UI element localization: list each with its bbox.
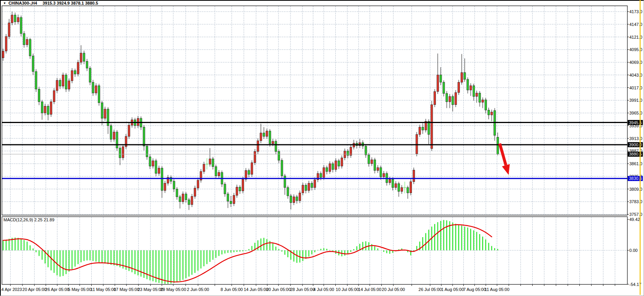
- svg-text:11 May 05:00: 11 May 05:00: [91, 287, 116, 292]
- macd-main-value: 2.25: [34, 217, 42, 222]
- symbol-dropdown-icon[interactable]: ▼: [3, 1, 6, 5]
- svg-text:20 Jul 05:00: 20 Jul 05:00: [382, 287, 405, 292]
- chart-title-bar: ▼ CHINA300-,H4 3915.3 3924.9 3878.1 3880…: [3, 1, 98, 5]
- svg-text:23 May 05:00: 23 May 05:00: [138, 287, 164, 292]
- svg-text:4 Jul 05:00: 4 Jul 05:00: [313, 287, 334, 292]
- svg-text:20 Jun 05:00: 20 Jun 05:00: [266, 287, 291, 292]
- svg-text:10 Jul 05:00: 10 Jul 05:00: [336, 287, 359, 292]
- candles-layer: [2, 12, 499, 210]
- svg-text:7 Aug 05:00: 7 Aug 05:00: [463, 287, 486, 292]
- time-axis[interactable]: 14 Apr 202320 Apr 05:0026 Apr 05:005 May…: [0, 284, 615, 292]
- macd-indicator-label: MACD(12,26,9) 2.25 21.89: [3, 217, 55, 222]
- trading-chart-window: 4173.04147.04121.04095.04069.04043.04017…: [0, 0, 644, 296]
- svg-text:29 May 05:00: 29 May 05:00: [161, 287, 186, 292]
- svg-text:0.00: 0.00: [629, 248, 637, 253]
- svg-text:49.42: 49.42: [629, 217, 640, 222]
- svg-text:14 Apr 2023: 14 Apr 2023: [0, 287, 22, 292]
- svg-text:11 Aug 05:00: 11 Aug 05:00: [485, 287, 509, 292]
- svg-text:20 Apr 05:00: 20 Apr 05:00: [22, 287, 46, 292]
- trend-arrow-annotation[interactable]: [500, 144, 510, 175]
- svg-text:26 Jul 05:00: 26 Jul 05:00: [419, 287, 442, 292]
- chart-canvas[interactable]: 4173.04147.04121.04095.04069.04043.04017…: [0, 0, 644, 296]
- svg-text:26 Apr 05:00: 26 Apr 05:00: [45, 287, 69, 292]
- svg-text:14 Jun 05:00: 14 Jun 05:00: [244, 287, 268, 292]
- svg-text:8 Jun 05:00: 8 Jun 05:00: [220, 287, 243, 292]
- svg-text:17 May 05:00: 17 May 05:00: [114, 287, 140, 292]
- svg-text:2 Jun 05:00: 2 Jun 05:00: [187, 287, 209, 292]
- svg-text:14 Jul 05:00: 14 Jul 05:00: [358, 287, 381, 292]
- macd-signal-line: [3, 225, 492, 282]
- svg-text:28 Jun 05:00: 28 Jun 05:00: [290, 287, 315, 292]
- pane-borders: [0, 0, 644, 296]
- ohlc-quote-label: 3915.3 3924.9 3878.1 3880.5: [43, 1, 98, 5]
- macd-signal-value: 21.89: [44, 217, 55, 222]
- symbol-period-label: CHINA300-,H4: [9, 1, 37, 5]
- svg-text:-54.17: -54.17: [629, 282, 641, 287]
- svg-text:1 Aug 05:00: 1 Aug 05:00: [441, 287, 464, 292]
- svg-text:5 May 05:00: 5 May 05:00: [68, 287, 92, 292]
- macd-name: MACD(12,26,9): [3, 217, 33, 222]
